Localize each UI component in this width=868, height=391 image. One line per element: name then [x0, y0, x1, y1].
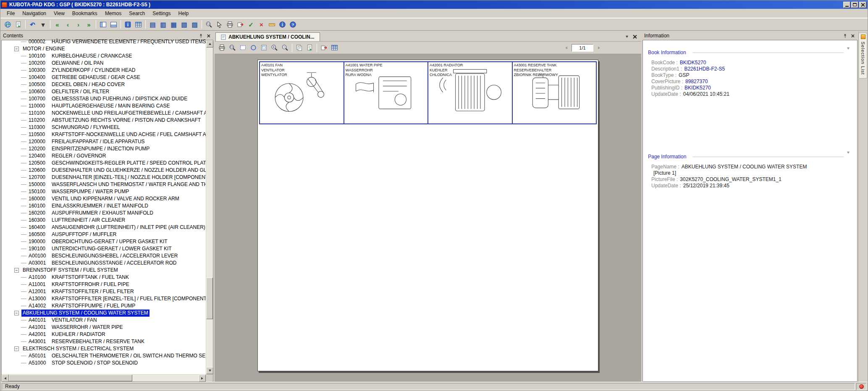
scroll-right-button[interactable]: [199, 375, 206, 382]
page-next-button[interactable]: [595, 45, 602, 51]
horizontal-scrollbar[interactable]: [2, 374, 213, 381]
menu-memos[interactable]: Memos: [101, 9, 125, 18]
tree-item[interactable]: 160500AUSPUFFTOPF / MUFFLER: [2, 231, 206, 238]
tree-item[interactable]: 110100NOCKENWELLE UND FREILAUFGETRIEBEWE…: [2, 110, 206, 117]
print-icon[interactable]: [225, 19, 235, 29]
nav-prev-icon[interactable]: ‹: [63, 19, 73, 29]
menu-view[interactable]: View: [50, 9, 68, 18]
maximize-button[interactable]: [851, 2, 858, 8]
shaded-view-icon[interactable]: ▧: [179, 19, 189, 29]
scroll-left-button[interactable]: [2, 375, 9, 382]
tree-item[interactable]: 160300LUFTREINHEIT / AIR CLEANER: [2, 217, 206, 224]
tree-item[interactable]: A51000STOP SOLENOID / STOP SOLENOID: [2, 360, 206, 367]
grid-view-icon[interactable]: ▦: [168, 19, 179, 29]
tree-item[interactable]: A41001WASSERROHR / WATER PIPE: [2, 324, 206, 331]
loupe-icon[interactable]: [248, 43, 259, 53]
nav-first-icon[interactable]: «: [52, 19, 63, 29]
scroll-down-button[interactable]: [206, 367, 213, 374]
select-frame-icon[interactable]: [259, 43, 269, 53]
page-prev-button[interactable]: [563, 45, 569, 51]
tree-item[interactable]: 160100EINLASSKRUEMMER / INLET MANIFOLD: [2, 202, 206, 210]
tree-item[interactable]: 190000OBERDICHTUNG-GERAET / UPPER GASKET…: [2, 238, 206, 245]
tree-item[interactable]: 120600DUESENHALTER UND GLUEHKERZE / NOZZ…: [2, 167, 206, 174]
tree-item[interactable]: 150000WASSERFLANSCH UND THERMOSTAT / WAT…: [2, 181, 206, 188]
tree-item[interactable]: A50101OELSCHALTER THERMOMETER / OIL SWIT…: [2, 352, 206, 360]
collapse-icon[interactable]: −: [14, 311, 19, 315]
tree-item[interactable]: 120200EINSPRITZENPUMPE / INJECTION PUMP: [2, 145, 206, 152]
tree-item[interactable]: A11001KRAFTSTOFFROHR / FUEL PIPE: [2, 281, 206, 288]
menu-search[interactable]: Search: [125, 9, 149, 18]
verify-icon[interactable]: ✓: [246, 19, 256, 29]
tree-item[interactable]: 110200ABSTUETZUNG RECHTS VORNE / PISTON …: [2, 117, 206, 124]
collapse-icon[interactable]: −: [14, 268, 19, 273]
tree-item[interactable]: 100600OELFILTER / OIL FILTER: [2, 88, 206, 95]
horizontal-scroll-track[interactable]: [9, 375, 199, 381]
tree-item[interactable]: 120000FREILAUFAPPARAT / IDLE APPARATUS: [2, 138, 206, 145]
part-thumbnail-A42001[interactable]: A42001 RADIATORKUEHLERCHLODNICA: [428, 62, 513, 123]
menu-settings[interactable]: Settings: [149, 9, 174, 18]
menu-help[interactable]: Help: [175, 9, 193, 18]
undo-icon[interactable]: ↶: [27, 19, 38, 29]
tree-item[interactable]: 160200AUSPUFFRUMMER / EXHAUST MANIFOLD: [2, 210, 206, 217]
tree-item[interactable]: 110500KRAFTSTOFF-NOCKENWELLE UND ACHSE /…: [2, 131, 206, 138]
selection-list-tab[interactable]: Selection List: [859, 33, 867, 79]
tree-item[interactable]: A12001KRAFTSTOFFILTER / FUEL FILTER: [2, 288, 206, 295]
pointer-icon[interactable]: [214, 19, 225, 29]
tree-item[interactable]: 160400ANSAUGENROHR (LUFTREINHEIT) / INLE…: [2, 224, 206, 231]
zoom-window-icon[interactable]: [227, 43, 238, 53]
zoom-out-icon[interactable]: [280, 43, 290, 53]
vertical-scroll-thumb[interactable]: [206, 278, 213, 319]
menu-file[interactable]: File: [3, 9, 18, 18]
info-panel-icon[interactable]: [123, 19, 133, 29]
tree-item[interactable]: 160000VENTIL UND KIPPENARM / VALVE AND R…: [2, 195, 206, 202]
tree-item[interactable]: 120700DUESENHALTER [EINZEL-TEIL] / NOZZL…: [2, 174, 206, 181]
tree-branch[interactable]: −MOTOR / ENGINE: [2, 45, 206, 52]
tree-item[interactable]: 110300SCHWUNGRAD / FLYWHEEL: [2, 124, 206, 131]
parts-table-icon[interactable]: [133, 19, 144, 29]
info-icon[interactable]: [277, 19, 288, 29]
vertical-scrollbar[interactable]: [206, 40, 213, 374]
collapse-section-button[interactable]: [847, 50, 850, 55]
page-indicator[interactable]: 1/1: [572, 44, 593, 52]
dark-view-icon[interactable]: ▨: [189, 19, 200, 29]
tree-item[interactable]: 100300ZYLINDERKOPF / CYLINDER HEAD: [2, 67, 206, 74]
part-thumbnail-A40101[interactable]: A40101 FANVENTILATORWENTYLATOR: [260, 62, 344, 123]
tree-item[interactable]: A42001KUEHLER / RADIATOR: [2, 331, 206, 338]
export-icon[interactable]: [235, 19, 246, 29]
close-panel-button[interactable]: [850, 33, 856, 39]
tree-item[interactable]: 120400REGLER / GOVERNOR: [2, 152, 206, 160]
tree-item[interactable]: A40101VENTILATOR / FAN: [2, 317, 206, 324]
tree-item[interactable]: 100200OELWANNE / OIL PAN: [2, 60, 206, 67]
scroll-up-button[interactable]: [206, 40, 213, 47]
fit-page-icon[interactable]: [238, 43, 248, 53]
part-thumbnail-A41001[interactable]: A41001 WATER PIPEWASSERROHRRURA WODNA: [344, 62, 429, 123]
collapse-section-button[interactable]: [847, 154, 850, 160]
tree-item[interactable]: 100500DECKEL OBEN / HEAD COVER: [2, 81, 206, 88]
horizontal-scroll-thumb[interactable]: [9, 375, 132, 381]
tree-item[interactable]: A43001RESERVEBEHALTER / RESERVE TANK: [2, 338, 206, 345]
list-view-icon[interactable]: ▤: [147, 19, 158, 29]
tree-item[interactable]: 120500GESCHWINDIGKEITS-REGLER PLATTE / S…: [2, 160, 206, 167]
menu-navigation[interactable]: Navigation: [18, 9, 50, 18]
zoom-window-icon[interactable]: [204, 19, 214, 29]
tree-item[interactable]: A10100KRAFTSTOFFTANK / FUEL TANK: [2, 274, 206, 281]
undo-dropdown-icon[interactable]: ▾: [38, 19, 48, 29]
tab-close-button[interactable]: [632, 34, 638, 39]
vertical-scroll-track[interactable]: [206, 47, 213, 367]
tab-menu-button[interactable]: [624, 34, 630, 39]
zoom-in-icon[interactable]: [269, 43, 280, 53]
layout-contents-icon[interactable]: [98, 19, 108, 29]
tree-item[interactable]: A03001BESCHLEUNIGUNGSSTANGE / ACCELERATO…: [2, 260, 206, 267]
nav-last-icon[interactable]: »: [84, 19, 94, 29]
tree-item[interactable]: 100100KURBELGHAEUSE / CRANKCASE: [2, 52, 206, 60]
titlebar[interactable]: KUBOTA-PAD KDG : GSP ( BKIDK5270 : B2261…: [0, 0, 868, 9]
delete-icon[interactable]: ×: [256, 19, 267, 29]
tree-item[interactable]: A00100BESCHLEUNIGUNGSHEBEL / ACCELERATOR…: [2, 252, 206, 260]
open-book-icon[interactable]: [304, 43, 315, 53]
layout-preview-icon[interactable]: [108, 19, 119, 29]
parts-table-icon[interactable]: [329, 43, 340, 53]
detail-view-icon[interactable]: ▥: [158, 19, 168, 29]
tree-item[interactable]: A14002KRAFTSTOFFPUMPE / FUEL PUMP: [2, 302, 206, 310]
tree-branch[interactable]: −ABKUEHLUNG SYSTEM / COOLING WATER SYSTE…: [2, 310, 206, 317]
open-book-icon[interactable]: [13, 19, 24, 29]
